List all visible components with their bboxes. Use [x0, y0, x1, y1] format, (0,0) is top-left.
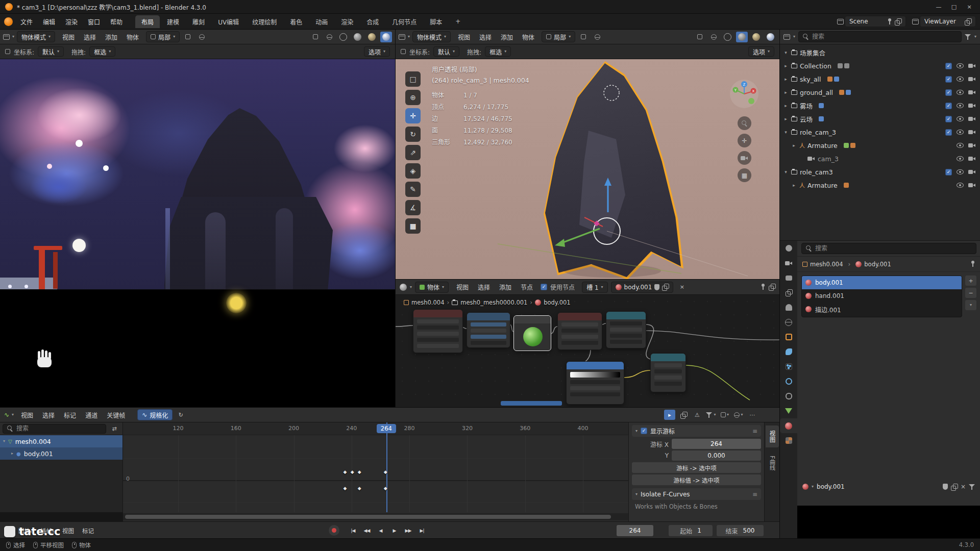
blender-menu-icon[interactable] — [4, 17, 13, 26]
scene-selector[interactable]: Scene — [845, 16, 906, 27]
keyframe[interactable]: ◆ — [344, 486, 347, 491]
show-hidden-icon[interactable] — [678, 410, 689, 420]
sidebar-tab[interactable]: F曲线 — [766, 450, 779, 476]
maximize-button[interactable]: □ — [948, 2, 960, 12]
timeline-menu[interactable]: 视图 — [59, 525, 78, 536]
menubar-menu[interactable]: 渲染 — [61, 16, 82, 28]
shader-type-dropdown[interactable]: 物体▾ — [415, 282, 449, 293]
channel-row-mesh[interactable]: ▾ ▽ mesh0.004 — [0, 435, 122, 447]
workspace-tab[interactable]: 渲染 — [335, 15, 359, 28]
workspace-tab[interactable]: 几何节点 — [386, 15, 423, 28]
prev-keyframe-button[interactable]: ◀◀ — [360, 525, 373, 536]
workspace-tab[interactable]: 纹理绘制 — [246, 15, 283, 28]
drag-dropdown[interactable]: 框选▾ — [89, 46, 115, 57]
shading-solid-icon[interactable] — [736, 32, 748, 42]
shader-node[interactable] — [557, 312, 602, 350]
tab-physics-icon[interactable] — [780, 374, 797, 389]
shading-material-icon[interactable] — [750, 32, 762, 42]
drag-dropdown[interactable]: 框选▾ — [485, 46, 511, 57]
camera-viewport[interactable] — [0, 59, 395, 289]
camera-view-button[interactable] — [738, 151, 751, 165]
tab-render-icon[interactable] — [780, 256, 797, 270]
workspace-tab[interactable]: 建模 — [161, 15, 185, 28]
collapsed-node[interactable] — [501, 401, 562, 406]
shader-node[interactable] — [413, 309, 463, 353]
viewport-menu[interactable]: 选择 — [79, 31, 101, 43]
outliner-row[interactable]: ▸人Armature — [780, 179, 980, 192]
workspace-tab[interactable]: 着色 — [284, 15, 308, 28]
eye-icon[interactable] — [957, 143, 964, 148]
tab-world-icon[interactable] — [780, 315, 797, 330]
workspace-tab[interactable]: 动画 — [309, 15, 334, 28]
expand-arrow-icon[interactable]: ▾ — [3, 439, 5, 443]
camera-toggle-icon[interactable] — [968, 90, 976, 95]
viewport-menu[interactable]: 视图 — [58, 31, 79, 43]
expand-arrow-icon[interactable]: ▸ — [783, 63, 789, 68]
proportional-edit-icon[interactable] — [196, 32, 207, 42]
camera-toggle-icon[interactable] — [968, 103, 976, 108]
only-selected-filter-icon[interactable]: ▸ — [664, 410, 675, 420]
orientation-dropdown[interactable]: 局部▾ — [542, 31, 575, 42]
color-ramp-node[interactable] — [566, 361, 624, 405]
eye-icon[interactable] — [957, 156, 964, 161]
outliner-row[interactable]: ▾场景集合 — [780, 46, 980, 59]
viewport-menu[interactable]: 物体 — [518, 31, 539, 43]
cursor-tool[interactable]: ⊕ — [405, 90, 421, 105]
filter-icon[interactable]: ▾ — [705, 410, 717, 420]
tab-viewlayer-icon[interactable] — [780, 285, 797, 300]
shader-node-graph[interactable]: mesh0.004›mesh0_mesh0000.001›body.001 — [395, 295, 779, 407]
play-reverse-button[interactable]: ◀ — [374, 525, 387, 536]
snap-magnet-icon[interactable] — [182, 32, 193, 42]
coord-dropdown[interactable]: 默认▾ — [38, 46, 64, 57]
tab-modifiers-icon[interactable] — [780, 344, 797, 359]
show-cursor-panel-header[interactable]: ▾ ✓ 显示游标 ≡ — [632, 425, 761, 437]
pivot-icon[interactable]: ▾ — [733, 410, 744, 420]
outliner-editor-icon[interactable] — [783, 34, 790, 40]
snap-magnet-icon[interactable] — [578, 32, 589, 42]
shading-wireframe-icon[interactable] — [722, 32, 733, 42]
new-viewlayer-icon[interactable] — [965, 18, 971, 25]
outliner-row[interactable]: ▸人Armature — [780, 139, 980, 152]
checkbox-icon[interactable]: ✓ — [945, 76, 952, 83]
isolate-panel-header[interactable]: ▾ Isolate F-Curves ≡ — [632, 488, 761, 500]
material-slot[interactable]: hand.001 — [802, 289, 962, 303]
tab-constraints-icon[interactable] — [780, 389, 797, 404]
color-ramp-gradient[interactable] — [570, 372, 620, 378]
rotate-tool[interactable]: ↻ — [405, 127, 421, 142]
normalize-toggle[interactable]: ∿规格化 — [137, 409, 173, 420]
current-frame-field[interactable]: 264 — [617, 525, 653, 536]
pin-icon[interactable] — [761, 284, 766, 290]
eye-icon[interactable] — [957, 169, 964, 174]
shading-rendered-icon[interactable] — [765, 32, 776, 42]
show-overlays-icon[interactable] — [708, 32, 719, 42]
breadcrumb-item[interactable]: mesh0_mesh0000.001 — [452, 299, 527, 306]
new-scene-icon[interactable] — [895, 18, 901, 25]
eye-icon[interactable] — [957, 90, 964, 95]
menubar-menu[interactable]: 编辑 — [38, 16, 60, 28]
minimize-button[interactable]: — — [933, 2, 944, 12]
tab-material-icon[interactable] — [780, 418, 797, 433]
tab-data-icon[interactable] — [780, 404, 797, 418]
outliner-row[interactable]: cam_3 — [780, 152, 980, 165]
cursor-to-selection-button[interactable]: 游标 -> 选中项 — [632, 462, 761, 473]
node-menu[interactable]: 添加 — [495, 281, 516, 293]
viewport-menu[interactable]: 添加 — [496, 31, 518, 43]
pan-button[interactable]: ✛ — [738, 134, 751, 147]
keyframe[interactable]: ◆ — [358, 486, 361, 491]
snap-icon[interactable]: ▾ — [719, 410, 730, 420]
menubar-menu[interactable]: 帮助 — [106, 16, 127, 28]
camera-toggle-icon[interactable] — [968, 77, 976, 82]
h-scrollbar[interactable] — [123, 513, 628, 520]
copy-material-icon[interactable] — [951, 484, 958, 490]
outliner-row[interactable]: ▸云场✓ — [780, 112, 980, 126]
select-box-tool[interactable]: □ — [405, 71, 421, 87]
scrollbar-thumb[interactable] — [125, 515, 611, 519]
slot-dropdown[interactable]: 槽 1▾ — [582, 282, 607, 293]
eye-icon[interactable] — [957, 63, 964, 68]
start-frame-field[interactable]: 起始1 — [669, 525, 713, 536]
material-slot[interactable]: 描边.001 — [802, 303, 962, 316]
more-options-icon[interactable]: ⋯ — [747, 410, 758, 420]
move-tool[interactable]: ✛ — [405, 108, 421, 123]
viewport-menu[interactable]: 添加 — [101, 31, 122, 43]
add-cube-tool[interactable]: ■ — [405, 218, 421, 234]
